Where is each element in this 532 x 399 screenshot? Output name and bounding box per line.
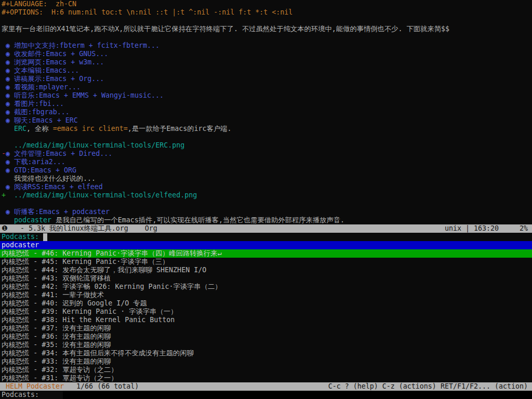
org-line[interactable]: ◉ GTD:Emacs + ORG — [0, 166, 532, 175]
org-line[interactable]: ◉ 增加中文支持:fbterm + fcitx-fbterm... — [0, 42, 532, 50]
org-line[interactable] — [0, 200, 532, 208]
helm-candidate[interactable]: 内核恐慌 - #43: 双侧轮流肾移植 — [0, 274, 532, 283]
org-line[interactable]: ◉ 截图:fbgrab... — [0, 108, 532, 116]
helm-candidate[interactable]: 内核恐慌 - #41: 一辈子做技术 — [0, 291, 532, 299]
org-line[interactable] — [0, 33, 532, 42]
minibuffer-prompt-label: Podcasts: — [2, 391, 39, 399]
org-line[interactable]: ◉ 文本编辑:Emacs... — [0, 66, 532, 75]
helm-candidate[interactable]: 内核恐慌 - #35: 没有主题的闲聊 — [0, 341, 532, 349]
org-line[interactable]: ◉ 阅读RSS:Emacs + elfeed — [0, 183, 532, 191]
helm-source-header[interactable]: podcaster — [0, 241, 532, 249]
helm-modeline-keybindings: C-c ? (help) C-z (actions) RET/F1/F2... … — [328, 382, 528, 391]
org-line[interactable]: ERC, 全称 =emacs irc client=,是一款给予Emacs的ir… — [0, 125, 532, 133]
helm-candidate[interactable]: 内核恐慌 - #34: 本有主题但后来不得不变成没有主题的闲聊 — [0, 349, 532, 357]
org-modeline-file-info: - 5.3k 我的linux终端工具.org Org — [8, 224, 157, 232]
helm-candidate[interactable]: 内核恐慌 - #44: 发布会太无聊了，我们来聊聊 SHENZHEN I/O — [0, 266, 532, 274]
helm-candidate-list: 内核恐慌 - #45: Kerning Panic·字谈字串（三）内核恐慌 - … — [0, 258, 532, 382]
helm-prompt-line[interactable]: Podcasts: — [0, 233, 532, 241]
helm-candidate[interactable]: 内核恐慌 - #40: 迟到的 Google I/O 专题 — [0, 299, 532, 308]
org-modeline-right: unix | 163:20 2% — [445, 224, 528, 233]
helm-candidate[interactable]: 内核恐慌 - #39: Kerning Panic · 字谈字串（一） — [0, 308, 532, 316]
minibuffer-input[interactable] — [63, 391, 532, 399]
org-buffer: #+LANGUAGE: zh-CN#+OPTIONS: H:6 num:nil … — [0, 0, 532, 224]
org-line[interactable]: + ../media/img/linux-terminal-tools/elfe… — [0, 191, 532, 200]
text-cursor — [43, 233, 47, 241]
org-line[interactable]: ◉ 浏览网页:Emacs + w3m... — [0, 58, 532, 66]
org-line[interactable]: podcaster 是我自己编写的一个Emacs插件,可以实现在线听播客,当然它… — [0, 216, 532, 224]
org-line[interactable]: 家里有一台老旧的X41笔记本,跑不动X,所以就干脆让它保持在字符终端下了. 不过… — [0, 25, 532, 33]
helm-modeline-title: HELM Podcaster — [2, 382, 68, 390]
org-line[interactable]: #+LANGUAGE: zh-CN — [0, 0, 532, 8]
window-number-badge-icon: ❶ — [2, 224, 8, 232]
org-modeline-left: ❶ - 5.3k 我的linux终端工具.org Org — [2, 224, 157, 233]
helm-modeline-left: HELM Podcaster 1/66 (66 total) — [2, 382, 139, 391]
org-modeline: ❶ - 5.3k 我的linux终端工具.org Org unix | 163:… — [0, 224, 532, 233]
org-line[interactable]: ◉ 讲稿展示:Emacs + Org... — [0, 75, 532, 83]
helm-modeline: HELM Podcaster 1/66 (66 total) C-c ? (he… — [0, 382, 532, 391]
helm-candidate[interactable]: 内核恐慌 - #33: 没有主题的闲聊 — [0, 357, 532, 366]
helm-prompt-label: Podcasts: — [2, 233, 39, 241]
helm-candidate[interactable]: 内核恐慌 - #45: Kerning Panic·字谈字串（三） — [0, 258, 532, 266]
helm-candidate[interactable]: 内核恐慌 - #36: 没有主题的闲聊 — [0, 332, 532, 341]
org-line[interactable]: ◉ 收发邮件:Emacs + GNUS... — [0, 50, 532, 58]
org-line[interactable] — [0, 133, 532, 141]
helm-candidate[interactable]: 内核恐慌 - #38: Hit the Kernel Panic Button — [0, 316, 532, 324]
org-line[interactable]: #+OPTIONS: H:6 num:nil toc:t \n:nil ::t … — [0, 8, 532, 17]
org-line[interactable]: ../media/img/linux-terminal-tools/ERC.pn… — [0, 141, 532, 150]
org-line[interactable]: ◉ 看视频:mplayer... — [0, 83, 532, 91]
org-line[interactable] — [0, 17, 532, 25]
helm-candidate-count: 1/66 (66 total) — [68, 382, 139, 390]
org-line[interactable]: ◉ 看图片:fbi... — [0, 100, 532, 108]
org-line[interactable]: ◉ 听播客:Emacs + podcaster — [0, 208, 532, 216]
helm-candidate[interactable]: 内核恐慌 - #37: 没有主题的闲聊 — [0, 324, 532, 332]
helm-candidate[interactable]: 内核恐慌 - #32: 覃超专访（之二） — [0, 366, 532, 374]
emacs-terminal-screen: #+LANGUAGE: zh-CN#+OPTIONS: H:6 num:nil … — [0, 0, 532, 399]
org-line[interactable]: -◉ 文件管理:Emacs + Dired... — [0, 150, 532, 158]
org-line[interactable]: ◉ 聊天:Emacs + ERC — [0, 116, 532, 125]
helm-selected-candidate[interactable]: 内核恐慌 - #46: Kerning Panic·字谈字串（四）峰回路转换行来… — [0, 249, 532, 258]
org-line[interactable]: ◉ 下载:aria2... — [0, 158, 532, 166]
helm-candidate[interactable]: 内核恐慌 - #31: 覃超专访（之一） — [0, 374, 532, 382]
helm-candidate[interactable]: 内核恐慌 - #42: 字谈字畅 026: Kerning Panic·字谈字串… — [0, 283, 532, 291]
org-line[interactable]: 我觉得也没什么好说的... — [0, 175, 532, 183]
minibuffer: Podcasts: — [0, 391, 532, 399]
org-line[interactable]: ◉ 听音乐:Emacs + EMMS + Wangyi-music... — [0, 91, 532, 100]
